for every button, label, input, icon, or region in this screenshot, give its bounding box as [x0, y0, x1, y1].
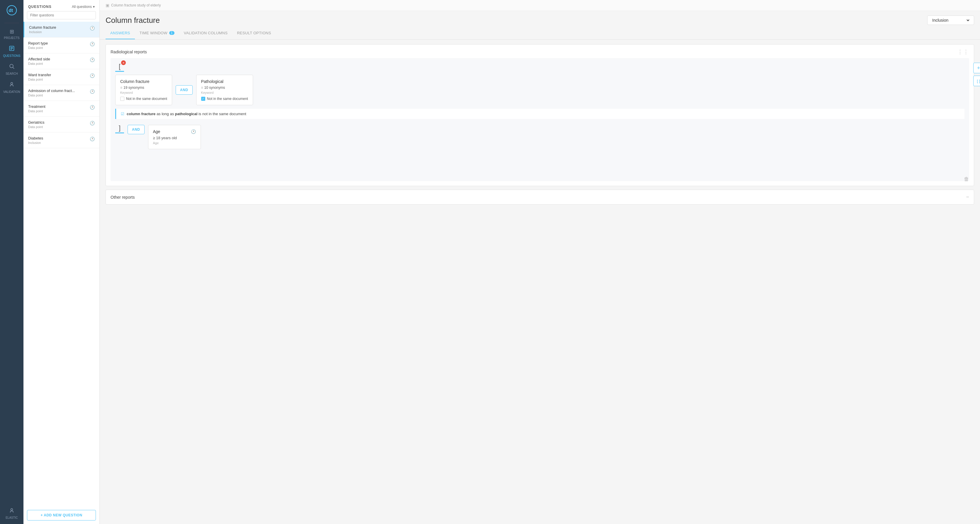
svg-point-8: [11, 83, 13, 84]
tab-answers[interactable]: ANSWERS: [105, 27, 135, 39]
and-connector-button[interactable]: AND: [176, 85, 192, 95]
drag-handle[interactable]: ⋮⋮: [958, 49, 969, 55]
question-item-treatment[interactable]: Treatment Data point 🕐: [24, 101, 99, 117]
age-card: Age 🕐 ≥ 18 years old Age: [148, 125, 201, 149]
condition-card-synonyms: ≡ 19 synonyms: [120, 86, 167, 90]
condition-summary: ☑ column fracture as long as pathologica…: [115, 109, 964, 119]
summary-text-middle: as long as: [157, 112, 175, 116]
sidebar-item-label: SEARCH: [6, 72, 18, 75]
filter-questions-input[interactable]: [27, 11, 96, 19]
inclusion-dropdown[interactable]: Inclusion Exclusion: [927, 16, 974, 25]
logic-area: [ ✕ Column fracture ≡ 19 synonyms: [111, 58, 969, 181]
and-button-second[interactable]: AND: [127, 125, 145, 134]
search-icon: [9, 63, 15, 71]
question-item-ward-transfer[interactable]: Ward transfer Data point 🕐: [24, 69, 99, 85]
sidebar-item-label: VALIDATION: [3, 90, 20, 94]
collapse-icon[interactable]: −: [966, 194, 969, 200]
age-card-title: Age: [153, 129, 161, 134]
breadcrumb-text: Column fracture study of elderly: [111, 3, 161, 7]
clock-icon: 🕐: [90, 41, 95, 46]
report-section-header: Radiological reports ⋮⋮: [106, 44, 974, 58]
question-item-column-fracture[interactable]: Column fracture Inclusion 🕐: [24, 22, 99, 38]
sidebar-bottom: ELASTIC: [6, 508, 18, 524]
clock-icon: 🕐: [90, 26, 95, 30]
right-actions: + [ ]: [973, 63, 980, 86]
clock-icon: 🕐: [90, 121, 95, 125]
not-same-document-checkbox-1[interactable]: Not in the same document: [120, 97, 167, 101]
svg-line-7: [13, 67, 14, 69]
age-card-value: ≥ 18 years old: [153, 136, 196, 140]
checkbox-checked-icon: ✓: [201, 97, 205, 101]
summary-text-suffix: is not in the same document: [199, 112, 246, 116]
sidebar-item-label: PROJECTS: [4, 37, 19, 40]
main-content: ▣ Column fracture study of elderly Colum…: [100, 0, 980, 524]
clock-icon: 🕐: [90, 89, 95, 94]
clock-icon: 🕐: [90, 73, 95, 78]
checkbox-unchecked-icon: [120, 97, 124, 101]
question-list: Column fracture Inclusion 🕐 Report type …: [24, 22, 99, 507]
delete-section-button[interactable]: 🗑: [964, 176, 969, 182]
elastic-label: ELASTIC: [6, 516, 18, 519]
elastic-icon[interactable]: [9, 508, 15, 515]
bracket-close-row: ] AND Age 🕐 ≥ 18 years old Age: [115, 122, 964, 149]
lines-icon: ≡: [120, 86, 122, 90]
lines-icon-2: ≡: [201, 86, 203, 90]
sidebar-divider: [5, 23, 19, 23]
tab-result-options[interactable]: RESULT OPTIONS: [232, 27, 276, 39]
second-condition-row: AND Age 🕐 ≥ 18 years old Age: [127, 125, 201, 149]
other-reports-header: Other reports −: [106, 190, 974, 204]
svg-text:dt: dt: [8, 8, 13, 13]
other-reports-section: Other reports −: [105, 190, 974, 205]
bracket-open-row: [ ✕: [115, 63, 964, 72]
remove-bracket-button[interactable]: ✕: [121, 60, 126, 65]
condition-card-type-2: Keyword: [201, 91, 248, 94]
questions-title: QUESTIONS: [28, 5, 52, 9]
condition-card-title: Column fracture: [120, 79, 167, 84]
all-questions-dropdown[interactable]: All questions ▾: [72, 5, 95, 9]
sidebar-item-projects[interactable]: ⊞ PROJECTS: [0, 25, 24, 43]
tab-time-window[interactable]: TIME WINDOW 1: [135, 27, 179, 39]
report-section-title: Radiological reports: [111, 49, 147, 54]
time-window-badge: 1: [169, 31, 175, 35]
clock-icon: 🕐: [90, 57, 95, 62]
summary-text-prefix: column fracture: [127, 112, 156, 116]
add-bracket-button[interactable]: [ ]: [973, 76, 980, 86]
question-item-admission[interactable]: Admission of column fract... Data point …: [24, 85, 99, 101]
summary-text-bold: pathological: [175, 112, 198, 116]
add-condition-button[interactable]: +: [973, 63, 980, 73]
add-question-button[interactable]: + ADD NEW QUESTION: [27, 510, 96, 521]
page-title: Column fracture: [105, 16, 160, 25]
close-bracket: ]: [115, 124, 124, 133]
conditions-row: Column fracture ≡ 19 synonyms Keyword No…: [115, 75, 964, 105]
sidebar-item-label: QUESTIONS: [3, 54, 21, 57]
svg-point-6: [10, 64, 13, 68]
questions-icon: [9, 45, 15, 53]
inclusion-select[interactable]: Inclusion Exclusion: [931, 17, 970, 23]
page-header: Column fracture Inclusion Exclusion: [100, 11, 980, 25]
tab-validation-columns[interactable]: VALIDATION COLUMNS: [179, 27, 232, 39]
question-item-diabetes[interactable]: Diabetes Inclusion 🕐: [24, 132, 99, 148]
app-logo: dt: [5, 3, 19, 17]
sidebar-item-questions[interactable]: QUESTIONS: [0, 43, 24, 60]
pathological-card: Pathological ≡ 10 synonyms Keyword ✓ Not…: [196, 75, 253, 105]
tabs-bar: ANSWERS TIME WINDOW 1 VALIDATION COLUMNS…: [100, 27, 980, 40]
svg-point-9: [11, 508, 13, 511]
breadcrumb-icon: ▣: [105, 3, 110, 8]
column-fracture-card: Column fracture ≡ 19 synonyms Keyword No…: [115, 75, 172, 105]
condition-card-title-2: Pathological: [201, 79, 248, 84]
age-card-type: Age: [153, 141, 196, 145]
question-item-geriatrics[interactable]: Geriatrics Data point 🕐: [24, 117, 99, 132]
questions-panel: QUESTIONS All questions ▾ Column fractur…: [24, 0, 100, 524]
breadcrumb: ▣ Column fracture study of elderly: [100, 0, 980, 11]
other-reports-title: Other reports: [111, 195, 135, 200]
not-same-document-checkbox-2[interactable]: ✓ Not in the same document: [201, 97, 248, 101]
age-clock-icon: 🕐: [191, 129, 196, 134]
report-body: [ ✕ Column fracture ≡ 19 synonyms: [106, 58, 974, 186]
sidebar-item-validation[interactable]: VALIDATION: [0, 79, 24, 97]
radiological-reports-section: Radiological reports ⋮⋮ [ ✕: [105, 44, 974, 186]
content-area: Radiological reports ⋮⋮ [ ✕: [100, 40, 980, 524]
question-item-affected-side[interactable]: Affected side Data point 🕐: [24, 53, 99, 69]
sidebar-item-search[interactable]: SEARCH: [0, 60, 24, 78]
summary-checkbox-icon: ☑: [121, 112, 124, 116]
question-item-report-type[interactable]: Report type Data point 🕐: [24, 38, 99, 53]
